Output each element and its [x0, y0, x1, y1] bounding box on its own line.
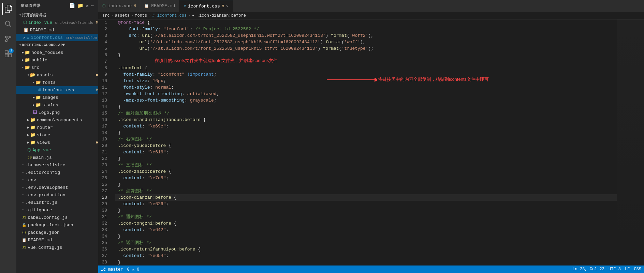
views-folder[interactable]: ▶ 📁 views	[16, 139, 98, 146]
assets-folder[interactable]: ▾ 📂 assets ←	[16, 71, 98, 79]
public-caret: ▶	[22, 58, 24, 62]
tab-close-button[interactable]: ✕	[226, 4, 229, 9]
code-line-3: src: url('//at.alicdn.com/t/font_2522582…	[115, 32, 617, 39]
env-file[interactable]: • .env	[16, 176, 98, 184]
images-folder[interactable]: ▶ 📁 images	[16, 94, 98, 101]
search-icon[interactable]	[2, 18, 14, 30]
browserslistrc[interactable]: • .browserslistrc	[16, 161, 98, 169]
code-line-30: }	[115, 207, 617, 214]
code-line-13: -moz-osx-font-smoothing: grayscale;	[115, 97, 617, 104]
logo-png[interactable]: 🖼 logo.png	[16, 109, 98, 116]
open-file-iconfont[interactable]: ✕ # iconfont.css src\assets\fon... M	[16, 34, 98, 41]
open-file-readme[interactable]: 📋 README.md	[16, 26, 98, 34]
explorer-icon[interactable]	[2, 3, 14, 15]
breadcrumb-src[interactable]: src	[102, 13, 110, 18]
node-modules-folder[interactable]: ▶ 📁 node_modules	[16, 49, 98, 56]
refresh-icon[interactable]: ↺	[86, 3, 89, 9]
close-file-icon[interactable]: ✕	[23, 35, 26, 40]
readme-md[interactable]: 📋 README.md	[16, 236, 98, 244]
code-line-23: /* 直播图标 */	[115, 162, 617, 168]
git-branch[interactable]: ⎇ master	[101, 267, 123, 272]
breadcrumb-fonts[interactable]: fonts	[135, 13, 147, 18]
line-number-30: 30	[98, 207, 110, 214]
code-line-37: content: "\e654";	[115, 253, 617, 259]
folder-label: node_modules	[31, 50, 98, 55]
assets-folder-icon: 📂	[30, 72, 35, 78]
tab-readme[interactable]: 📋 README.md	[140, 0, 179, 12]
vue-config[interactable]: JS vue.config.js	[16, 244, 98, 251]
errors-warnings[interactable]: 0 △ 0	[127, 267, 139, 272]
breadcrumb-assets[interactable]: assets	[115, 13, 130, 18]
new-folder-icon[interactable]: 📁	[77, 3, 84, 9]
src-folder[interactable]: ▾ 📂 src	[16, 64, 98, 71]
line-number-6: 6	[98, 52, 110, 58]
tab-index-modified: M	[134, 4, 136, 8]
svg-point-0	[5, 40, 8, 42]
fonts-folder[interactable]: ▾ 📂 fonts	[16, 79, 98, 86]
code-line-7	[115, 58, 617, 65]
open-file-index-vue[interactable]: ⬡ index.vue src\views\friends M	[16, 19, 98, 26]
package-json[interactable]: {} package.json	[16, 229, 98, 236]
editorconfig[interactable]: • .editorconfig	[16, 169, 98, 176]
readme-label: README.md	[28, 238, 98, 243]
code-editor[interactable]: 1234567891011121314151617181920212223242…	[98, 19, 617, 266]
env-dev[interactable]: • .env.development	[16, 184, 98, 191]
env-prod[interactable]: • .env.production	[16, 191, 98, 199]
lock-icon: 🔒	[22, 223, 27, 227]
line-ending[interactable]: LF	[625, 267, 630, 272]
router-folder[interactable]: ▶ 📁 router	[16, 124, 98, 131]
public-folder[interactable]: ▶ 📁 public	[16, 56, 98, 64]
breadcrumb-selector[interactable]: ✦ .icon-dianzan:before	[192, 13, 246, 18]
eslintrc[interactable]: • .eslintrc.js	[16, 199, 98, 206]
line-number-29: 29	[98, 201, 110, 207]
code-line-24: .icon-zhibo:before {	[115, 168, 617, 175]
language[interactable]: CSS	[634, 267, 641, 272]
project-section[interactable]: ▾ DRIFTING-CLOUD-APP	[16, 41, 98, 49]
main-js[interactable]: JS main.js	[16, 154, 98, 161]
code-line-17: content: "\e69c";	[115, 123, 617, 130]
source-control-icon[interactable]	[2, 33, 14, 45]
code-line-27: /* 点赞图标 */	[115, 188, 617, 194]
breadcrumb-file[interactable]: # iconfont.css	[152, 13, 187, 18]
open-file-iconfont-label: iconfont.css src\assets\fon...	[31, 35, 98, 40]
gitignore-label: .gitignore	[26, 208, 98, 213]
code-line-5: url('//at.alicdn.com/t/font_2522582_usep…	[115, 45, 617, 52]
code-line-34: }	[115, 233, 617, 240]
env-dev-label: .env.development	[26, 185, 98, 190]
code-line-33: content: "\e642";	[115, 227, 617, 233]
modified-badge: M	[96, 20, 98, 25]
extensions-icon[interactable]: 2	[2, 48, 14, 60]
iconfont-css-file[interactable]: # iconfont.css M	[16, 86, 98, 94]
common-caret: ▶	[27, 118, 29, 122]
new-file-icon[interactable]: 📄	[69, 3, 75, 9]
store-folder-icon: 📁	[30, 132, 35, 138]
folder-caret: ▶	[22, 50, 24, 55]
router-label: router	[37, 125, 98, 130]
images-caret: ▶	[33, 95, 35, 100]
iconfont-modified: M	[96, 88, 98, 92]
open-editors-section[interactable]: ▾ 打开的编辑器	[16, 11, 98, 19]
line-number-2: 2	[98, 26, 110, 32]
store-folder[interactable]: ▶ 📁 store	[16, 131, 98, 139]
collapse-icon[interactable]: ⋯	[91, 3, 94, 9]
views-folder-icon: 📁	[30, 140, 35, 145]
package-lock[interactable]: 🔒 package-lock.json	[16, 221, 98, 229]
ln-col[interactable]: Ln 28, Col 23	[572, 267, 604, 272]
gitignore[interactable]: • .gitignore	[16, 206, 98, 214]
encoding[interactable]: UTF-8	[609, 267, 621, 272]
vue-config-label: vue.config.js	[28, 245, 98, 250]
line-number-19: 19	[98, 136, 110, 142]
code-content[interactable]: @font-face { font-family: "iconfont"; /*…	[115, 19, 617, 266]
styles-folder[interactable]: ▶ 📁 styles	[16, 101, 98, 109]
store-caret: ▶	[27, 133, 29, 137]
code-line-2: font-family: "iconfont"; /* Project id 2…	[115, 26, 617, 32]
tab-iconfont[interactable]: # iconfont.css M ✕	[179, 0, 233, 12]
views-label: views	[37, 140, 93, 145]
logo-icon: 🖼	[33, 110, 37, 115]
common-components-folder[interactable]: ▶ 📁 common\components	[16, 116, 98, 124]
babel-config[interactable]: JS babel.config.js	[16, 214, 98, 221]
svg-rect-3	[5, 51, 8, 54]
line-numbers: 1234567891011121314151617181920212223242…	[98, 19, 115, 266]
app-vue[interactable]: ⬡ App.vue	[16, 146, 98, 154]
tab-index-vue[interactable]: ⬡ index.vue M	[98, 0, 140, 12]
